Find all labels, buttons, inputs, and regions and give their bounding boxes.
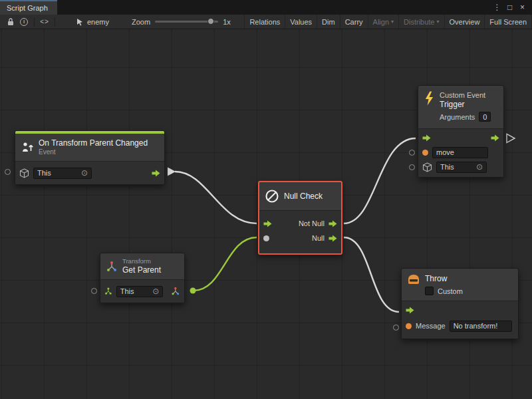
node-body: Message No transform! <box>402 301 518 338</box>
target-value: This <box>37 169 51 177</box>
control-input-arrow-icon[interactable] <box>406 307 414 314</box>
value-input-port[interactable] <box>263 235 269 241</box>
graph-canvas[interactable]: On Transform Parent Changed Event This ⊙ <box>0 29 532 399</box>
button-label: Carry <box>345 18 363 26</box>
control-output-arrow-icon[interactable] <box>329 220 337 227</box>
event-name-row: move <box>418 145 503 160</box>
node-header[interactable]: Transform Get Parent <box>100 253 184 279</box>
info-icon-glyph: i <box>20 18 28 26</box>
arguments-field[interactable]: 0 <box>479 112 491 122</box>
close-icon[interactable]: × <box>516 0 529 15</box>
event-name-field[interactable]: move <box>432 147 488 158</box>
node-header[interactable]: On Transform Parent Changed Event <box>15 134 164 161</box>
target-dropdown[interactable]: This ⊙ <box>33 168 92 179</box>
zoom-value: 1x <box>223 18 231 26</box>
values-button[interactable]: Values <box>285 15 317 29</box>
carry-button[interactable]: Carry <box>340 15 368 29</box>
target-picker-icon[interactable]: ⊙ <box>81 169 88 177</box>
control-output-arrow-icon[interactable] <box>152 170 160 177</box>
window-titlebar: Script Graph ⋮ □ × <box>0 0 532 15</box>
node-header[interactable]: Custom Event Trigger Arguments 0 <box>418 86 503 128</box>
wire-null-to-throw[interactable] <box>344 237 399 312</box>
control-output-arrow-icon[interactable] <box>329 235 337 242</box>
node-subtitle: Event <box>39 148 148 156</box>
custom-event-lightning-icon <box>424 91 435 106</box>
button-label: Distribute <box>404 18 434 26</box>
target-row: This ⊙ <box>418 160 503 174</box>
wire-start-dot <box>190 288 196 294</box>
maximize-icon[interactable]: □ <box>503 0 516 15</box>
custom-toggle-row: Custom <box>425 287 463 295</box>
string-input-port[interactable] <box>406 323 412 329</box>
button-label: Overview <box>450 18 480 26</box>
not-null-row: Not Null <box>259 216 341 231</box>
menu-icon[interactable]: ⋮ <box>491 0 503 15</box>
node-body: This ⊙ <box>100 279 184 303</box>
transform-parent-changed-icon <box>21 141 34 154</box>
node-header[interactable]: Null Check <box>259 182 341 210</box>
relations-button[interactable]: Relations <box>245 15 285 29</box>
string-input-port[interactable] <box>422 150 428 156</box>
transform-type-icon <box>104 287 112 295</box>
custom-label: Custom <box>438 287 463 295</box>
align-button[interactable]: Align ▾ <box>368 15 399 29</box>
input-port-circle[interactable] <box>393 325 399 331</box>
target-row: This ⊙ <box>15 164 164 182</box>
target-picker-icon[interactable]: ⊙ <box>476 163 483 171</box>
target-value: This <box>440 163 454 171</box>
lock-icon[interactable] <box>4 15 17 29</box>
zoom-slider[interactable] <box>155 21 218 23</box>
control-output-arrow-icon[interactable] <box>491 134 499 142</box>
node-header-text: Transform Get Parent <box>122 257 161 275</box>
node-category: Custom Event <box>440 91 498 100</box>
wire-start-marker <box>168 168 176 176</box>
input-port-circle[interactable] <box>5 169 11 175</box>
wire-event-to-null-check[interactable] <box>175 172 257 223</box>
input-port-circle[interactable] <box>409 150 415 156</box>
node-get-parent[interactable]: Transform Get Parent This ⊙ <box>100 253 185 303</box>
overview-button[interactable]: Overview <box>445 15 485 29</box>
node-title: Get Parent <box>122 265 161 275</box>
custom-checkbox[interactable] <box>425 287 434 295</box>
toolbar-separator <box>55 17 55 27</box>
toolbar-separator <box>34 17 35 27</box>
node-trigger-custom-event[interactable]: Custom Event Trigger Arguments 0 <box>418 85 504 178</box>
button-label: Values <box>290 18 312 26</box>
node-null-check[interactable]: Null Check Not Null Null <box>258 181 342 255</box>
target-picker-icon[interactable]: ⊙ <box>152 287 159 295</box>
node-throw[interactable]: Throw Custom Message No transform! <box>401 268 519 339</box>
tab-title: Script Graph <box>7 4 48 12</box>
message-label: Message <box>416 322 446 330</box>
node-header-text: Custom Event Trigger Arguments 0 <box>440 91 498 122</box>
lock-icon-glyph <box>7 17 15 26</box>
trigger-output-marker[interactable] <box>507 134 515 143</box>
input-port-circle[interactable] <box>91 288 97 294</box>
node-title: Null Check <box>284 192 323 201</box>
target-dropdown[interactable]: This ⊙ <box>116 286 164 297</box>
dim-button[interactable]: Dim <box>317 15 340 29</box>
input-port-circle[interactable] <box>409 164 415 170</box>
control-input-arrow-icon[interactable] <box>263 220 272 227</box>
distribute-button[interactable]: Distribute ▾ <box>399 15 444 29</box>
target-dropdown[interactable]: This ⊙ <box>436 162 487 173</box>
info-icon[interactable]: i <box>17 15 31 29</box>
transform-output-port-icon[interactable] <box>171 287 180 296</box>
node-body: Not Null Null <box>259 210 341 253</box>
chevron-down-icon: ▾ <box>391 19 394 25</box>
graph-breadcrumb[interactable]: enemy <box>76 18 109 26</box>
wire-not-null-to-trigger[interactable] <box>344 138 416 223</box>
node-on-transform-parent-changed[interactable]: On Transform Parent Changed Event This ⊙ <box>15 130 165 185</box>
message-field[interactable]: No transform! <box>450 321 512 332</box>
control-input-arrow-icon[interactable] <box>422 134 431 142</box>
graph-name: enemy <box>87 18 109 26</box>
zoom-slider-thumb[interactable] <box>207 18 214 25</box>
transform-gizmo-icon <box>106 261 118 273</box>
wire-get-parent-to-null-check[interactable] <box>194 237 257 291</box>
fullscreen-button[interactable]: Full Screen <box>485 15 532 29</box>
control-flow-row <box>402 303 518 317</box>
code-icon[interactable]: <> <box>38 15 51 29</box>
node-header[interactable]: Throw Custom <box>402 269 518 301</box>
node-category: Transform <box>122 257 161 265</box>
code-icon-glyph: <> <box>40 18 49 25</box>
tab-script-graph[interactable]: Script Graph <box>0 0 57 15</box>
